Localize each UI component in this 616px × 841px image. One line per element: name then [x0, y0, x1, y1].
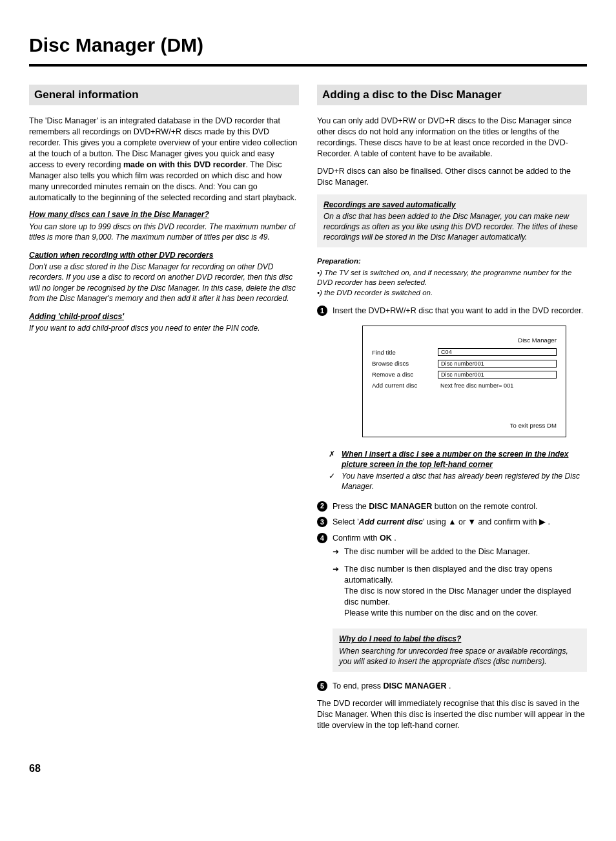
intro-bold: made on with this DVD recorder [123, 160, 246, 169]
step-2: 2 Press the DISC MANAGER button on the r… [317, 501, 587, 512]
trouble-answer-row: ✓ You have inserted a disc that has alre… [329, 471, 587, 492]
qa-how-many-discs: How many discs can I save in the Disc Ma… [29, 209, 299, 242]
text: . [446, 681, 451, 690]
osd-row: Remove a disc Disc number001 [372, 369, 557, 379]
text: . [546, 517, 550, 526]
step-3: 3 Select 'Add current disc' using ▲ or ▼… [317, 517, 587, 528]
text: . [392, 534, 396, 543]
two-column-layout: General information The 'Disc Manager' i… [29, 85, 587, 738]
trouble-question-row: ✗ When I insert a disc I see a number on… [329, 449, 587, 470]
chapter-title: Disc Manager (DM) [29, 32, 587, 59]
button-label: DISC MANAGER [369, 502, 432, 511]
text: To end, press [333, 681, 384, 690]
text: button on the remote control. [432, 502, 537, 511]
cross-icon: ✗ [329, 449, 336, 470]
text: Confirm with [333, 534, 380, 543]
qa-answer: You can store up to 999 discs on this DV… [29, 222, 299, 242]
osd-row: Add current disc Next free disc number= … [372, 380, 557, 390]
result-arrow-icon: ➜ [333, 564, 339, 618]
prep-line-2: •) the DVD recorder is switched on. [317, 288, 587, 298]
text: The disc is now stored in the Disc Manag… [344, 586, 587, 608]
note-heading: Why do I need to label the discs? [339, 634, 580, 644]
text: and confirm with [476, 517, 539, 526]
result-line: ➜ The disc number is then displayed and … [333, 564, 587, 618]
preparation-block: Preparation: •) The TV set is switched o… [317, 256, 587, 297]
step-body: Press the DISC MANAGER button on the rem… [333, 501, 587, 512]
osd-footer: To exit press DM [372, 420, 557, 430]
result-line: ➜ The disc number will be added to the D… [333, 546, 587, 557]
qa-answer: If you want to add child-proof discs you… [29, 323, 299, 333]
qa-childproof: Adding 'child-proof discs' If you want t… [29, 311, 299, 333]
qa-heading: Adding 'child-proof discs' [29, 311, 299, 322]
button-label: OK [380, 534, 392, 543]
note-heading: Recordings are saved automatically [323, 200, 580, 210]
text: Press the [333, 502, 369, 511]
note-label-discs: Why do I need to label the discs? When s… [333, 628, 587, 672]
osd-label: Remove a disc [372, 369, 431, 379]
text: The disc number is then displayed and th… [344, 564, 587, 586]
result-text: The disc number will be added to the Dis… [344, 546, 587, 557]
step-1: 1 Insert the DVD+RW/+R disc that you wan… [317, 306, 587, 317]
result-text: The disc number is then displayed and th… [344, 564, 587, 618]
text: Please write this number on the disc and… [344, 608, 587, 619]
step-number-icon: 4 [317, 533, 327, 543]
down-arrow-icon: ▼ [468, 517, 476, 526]
outro: The DVD recorder will immediately recogn… [317, 698, 587, 731]
adding-intro-1: You can only add DVD+RW or DVD+R discs t… [317, 116, 587, 160]
result-arrow-icon: ➜ [333, 546, 339, 557]
general-intro: The 'Disc Manager' is an integrated data… [29, 116, 299, 203]
note-recordings-auto: Recordings are saved automatically On a … [317, 194, 587, 248]
qa-heading: How many discs can I save in the Disc Ma… [29, 209, 299, 220]
section-title-general: General information [29, 85, 299, 106]
text: Select ' [333, 517, 359, 526]
step-number-icon: 5 [317, 681, 327, 691]
osd-label: Add current disc [372, 380, 431, 390]
step-body: Select 'Add current disc' using ▲ or ▼ a… [333, 517, 587, 528]
step-number-icon: 2 [317, 501, 327, 512]
text: ' using [423, 517, 448, 526]
step-4: 4 Confirm with OK . ➜ The disc number wi… [317, 533, 587, 618]
trouble-question: When I insert a disc I see a number on t… [342, 449, 587, 470]
osd-title: Disc Manager [372, 335, 557, 345]
step-body: To end, press DISC MANAGER . [333, 681, 587, 692]
osd-field: Disc number001 [438, 360, 557, 368]
qa-caution-other-recorders: Caution when recording with other DVD re… [29, 250, 299, 304]
chapter-rule [29, 64, 587, 67]
qa-answer: Don't use a disc stored in the Disc Mana… [29, 262, 299, 304]
up-arrow-icon: ▲ [448, 517, 456, 526]
section-title-adding: Adding a disc to the Disc Manager [317, 85, 587, 106]
note-body: On a disc that has been added to the Dis… [323, 211, 580, 243]
troubleshoot-block: ✗ When I insert a disc I see a number on… [329, 449, 587, 492]
step-number-icon: 1 [317, 306, 327, 316]
adding-intro-2: DVD+R discs can also be finalised. Other… [317, 166, 587, 188]
osd-mock-disc-manager: Disc Manager Find title C04 Browse discs… [362, 326, 566, 437]
step-number-icon: 3 [317, 517, 327, 527]
left-column: General information The 'Disc Manager' i… [29, 85, 299, 738]
osd-label: Browse discs [372, 358, 431, 368]
osd-field: C04 [438, 348, 557, 356]
right-column: Adding a disc to the Disc Manager You ca… [317, 85, 587, 738]
note-body: When searching for unrecorded free space… [339, 646, 580, 667]
check-icon: ✓ [329, 471, 336, 492]
prep-heading: Preparation: [317, 256, 587, 267]
page-number: 68 [29, 762, 587, 776]
step-5: 5 To end, press DISC MANAGER . [317, 681, 587, 692]
prep-line-1: •) The TV set is switched on, and if nec… [317, 268, 587, 287]
qa-heading: Caution when recording with other DVD re… [29, 250, 299, 260]
menu-item: Add current disc [359, 517, 423, 526]
step-body: Confirm with OK . ➜ The disc number will… [333, 533, 587, 618]
osd-row: Browse discs Disc number001 [372, 358, 557, 368]
trouble-answer: You have inserted a disc that has alread… [342, 471, 587, 492]
text: or [457, 517, 468, 526]
right-arrow-icon: ▶ [539, 517, 546, 526]
button-label: DISC MANAGER [384, 681, 447, 690]
osd-text: Next free disc number= 001 [438, 381, 557, 390]
osd-field: Disc number001 [438, 371, 557, 379]
osd-label: Find title [372, 348, 431, 357]
osd-row: Find title C04 [372, 348, 557, 357]
step-body: Insert the DVD+RW/+R disc that you want … [333, 306, 587, 317]
